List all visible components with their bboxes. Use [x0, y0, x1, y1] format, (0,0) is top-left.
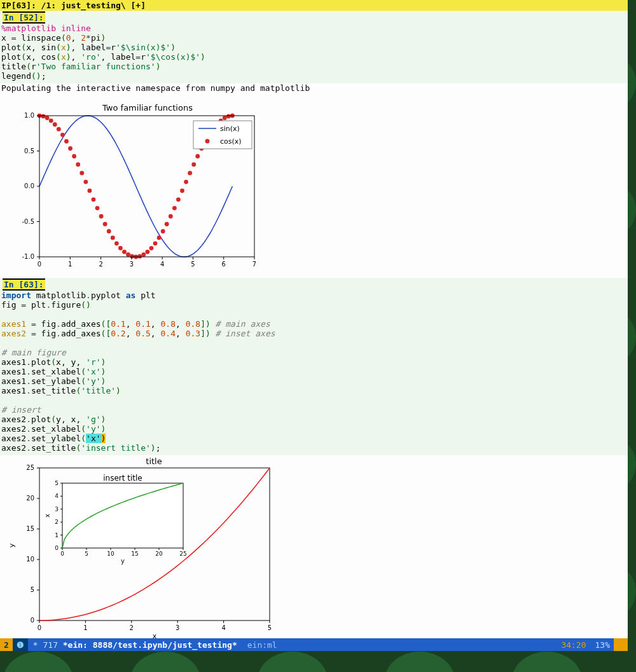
code-tok: ): [116, 386, 121, 395]
code-tok: axes2: [1, 434, 26, 443]
code-tok: ): [200, 52, 205, 62]
svg-point-17: [99, 214, 104, 219]
svg-text:3: 3: [176, 624, 179, 631]
svg-text:1: 1: [83, 624, 87, 631]
code-tok: 0.3: [186, 329, 200, 338]
svg-text:7: 7: [252, 261, 256, 268]
code-tok: linspace: [16, 33, 60, 43]
code-tok: .: [56, 329, 61, 338]
status-bar: 2 ❶ * 717 *ein: 8888/test.ipynb/just_tes…: [0, 638, 628, 651]
svg-text:insert title: insert title: [103, 474, 142, 483]
code-tok: # main axes: [216, 319, 270, 329]
code-tok: 0.8: [186, 319, 200, 329]
code-tok: x: [61, 43, 66, 52]
code-tok: .: [26, 357, 31, 367]
chart-2: title 012345 0510152025 x y insert title…: [0, 455, 628, 644]
code-tok: fig: [36, 319, 56, 329]
svg-text:sin(x): sin(x): [220, 125, 240, 133]
svg-text:25: 25: [26, 464, 34, 471]
cell-1-input[interactable]: In [52]: %matplotlib inline x = linspace…: [0, 11, 628, 83]
code-tok: ,: [126, 319, 136, 329]
code-tok: '$\cos(x)$': [146, 52, 200, 62]
svg-rect-112: [62, 483, 183, 548]
code-tok: title: [1, 62, 26, 71]
code-tok: axes2: [1, 415, 26, 424]
code-tok: plot: [31, 357, 51, 367]
code-tok: add_axes: [61, 319, 101, 329]
code-tok: =: [21, 300, 26, 310]
svg-point-13: [83, 180, 88, 184]
svg-point-35: [169, 214, 173, 219]
svg-point-14: [87, 189, 92, 193]
svg-point-37: [176, 197, 181, 202]
code-tok: .: [26, 386, 31, 395]
code-tok: (): [81, 300, 91, 310]
code-tok: x: [61, 52, 66, 62]
code-tok: ): [170, 43, 176, 52]
code-tok: ,: [176, 329, 186, 338]
code-tok: ([: [101, 329, 111, 338]
code-tok: ): [101, 376, 106, 386]
editor-pane[interactable]: In [52]: %matplotlib inline x = linspace…: [0, 11, 628, 644]
code-tok: set_xlabel: [31, 367, 81, 376]
code-tok: x: [1, 33, 11, 43]
code-tok: ): [156, 62, 161, 71]
code-tok: '$\sin(x)$': [116, 43, 170, 52]
code-tok: 'title': [81, 386, 116, 395]
svg-text:4: 4: [221, 624, 225, 631]
status-modified: *: [33, 640, 38, 650]
svg-text:5: 5: [191, 261, 195, 268]
svg-text:y: y: [121, 558, 125, 565]
svg-text:2: 2: [99, 261, 102, 268]
svg-text:0: 0: [60, 551, 64, 557]
code-tok: axes2: [1, 424, 26, 434]
svg-text:0: 0: [55, 545, 59, 551]
svg-point-40: [188, 171, 192, 175]
svg-text:0.5: 0.5: [24, 147, 34, 154]
svg-text:20: 20: [26, 495, 34, 502]
code-tok: .: [56, 319, 61, 329]
code-tok: import: [1, 291, 31, 300]
code-tok: 0: [66, 33, 71, 43]
code-tok: add_axes: [61, 329, 101, 338]
code-tok: axes1: [1, 376, 26, 386]
code-tok: axes1: [1, 367, 26, 376]
svg-text:x: x: [44, 514, 51, 518]
svg-point-5: [53, 122, 57, 127]
svg-point-22: [118, 246, 123, 250]
code-tok: as: [126, 291, 136, 300]
code-tok: ,: [151, 329, 161, 338]
svg-point-2: [41, 114, 46, 118]
code-tok: , label: [101, 52, 136, 62]
code-tok: (: [81, 434, 86, 443]
status-window-badge[interactable]: ❶: [13, 638, 28, 651]
cell-2-prompt: In [63]:: [3, 278, 45, 291]
svg-point-30: [149, 246, 154, 250]
code-tok: matplotlib: [31, 291, 86, 300]
status-end-cap: [614, 638, 628, 651]
code-tok: r: [31, 62, 36, 71]
code-tok: ;: [156, 443, 161, 453]
svg-point-10: [72, 154, 76, 158]
status-cursor-pos: 34:20: [552, 640, 595, 650]
tab-bar[interactable]: IP[63]: /1: just_testing\ [+]: [0, 0, 628, 11]
cell-2-input[interactable]: In [63]: import matplotlib.pyplot as plt…: [0, 278, 628, 455]
svg-text:1: 1: [55, 532, 59, 538]
status-workspace-badge[interactable]: 2: [0, 638, 13, 651]
cell-1-stdout: Populating the interactive namespace fro…: [0, 83, 628, 95]
code-tok: 'ro': [81, 52, 100, 62]
svg-point-7: [60, 133, 65, 137]
svg-point-8: [64, 139, 69, 144]
chart-1: Two familiar functions 01234567 -1.0-0.5…: [0, 95, 628, 273]
code-tok: ): [101, 434, 106, 443]
svg-point-19: [107, 229, 111, 233]
svg-text:15: 15: [26, 525, 34, 532]
code-tok: (: [21, 52, 26, 62]
svg-point-29: [145, 250, 149, 254]
svg-point-36: [172, 206, 177, 210]
code-tok: x, cos: [26, 52, 56, 62]
svg-point-33: [161, 229, 165, 233]
svg-point-12: [80, 171, 84, 175]
svg-text:4: 4: [160, 261, 164, 268]
code-tok: set_ylabel: [31, 434, 81, 443]
